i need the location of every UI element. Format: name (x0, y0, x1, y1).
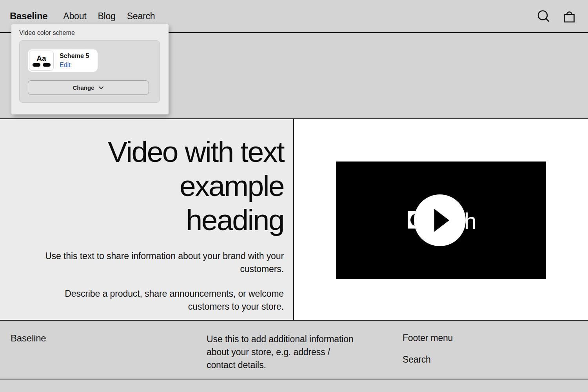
change-scheme-button[interactable]: Change (28, 80, 149, 95)
footer-menu-item-search[interactable]: Search (403, 354, 575, 365)
nav-item-about[interactable]: About (63, 11, 86, 22)
footer-menu-title: Footer menu (403, 333, 575, 343)
color-scheme-panel: Aa Scheme 5 Edit Change (19, 40, 160, 103)
video-title-fragment-text: h (464, 210, 476, 232)
site-footer: Baseline Use this to add additional info… (0, 321, 588, 379)
footer-info-text: Use this to add additional information a… (207, 333, 403, 372)
footer-info-column: Use this to add additional information a… (207, 333, 403, 379)
heading-line: Video with text (27, 135, 284, 169)
scheme-preview-text: Aa (36, 54, 46, 62)
footer-menu-column: Footer menu Search (403, 333, 575, 379)
store-name-link[interactable]: Baseline (10, 11, 47, 22)
selected-scheme-card[interactable]: Aa Scheme 5 Edit (28, 49, 98, 72)
play-icon (434, 209, 449, 232)
play-button[interactable] (414, 194, 466, 246)
heading-line: heading (27, 203, 284, 237)
scheme-preview-pills (33, 63, 51, 67)
video-with-text-section: Video with text example heading Use this… (0, 118, 588, 321)
chevron-down-icon (98, 85, 104, 91)
video-column: h (294, 119, 588, 320)
search-icon[interactable] (536, 9, 551, 24)
nav-item-search[interactable]: Search (127, 11, 155, 22)
video-color-scheme-popover: Video color scheme Aa Scheme 5 Edit Chan… (11, 24, 169, 114)
scheme-name: Scheme 5 (60, 53, 89, 60)
main-nav: About Blog Search (63, 11, 155, 22)
edit-scheme-link[interactable]: Edit (60, 62, 89, 69)
change-button-label: Change (73, 84, 94, 91)
scheme-preview-tile: Aa (29, 51, 54, 71)
header-icons (536, 9, 577, 24)
video-player[interactable]: h (336, 162, 546, 279)
section-heading: Video with text example heading (27, 135, 284, 237)
scheme-meta: Scheme 5 Edit (60, 53, 89, 69)
nav-item-blog[interactable]: Blog (98, 11, 115, 22)
bag-icon[interactable] (562, 9, 577, 24)
text-column: Video with text example heading Use this… (0, 119, 294, 320)
footer-store-name[interactable]: Baseline (11, 333, 207, 344)
section-paragraph: Use this text to share information about… (27, 250, 284, 276)
heading-line: example (27, 169, 284, 203)
section-paragraph: Describe a product, share announcements,… (27, 287, 284, 313)
footer-brand-column: Baseline (11, 333, 207, 379)
popover-title: Video color scheme (19, 29, 160, 36)
